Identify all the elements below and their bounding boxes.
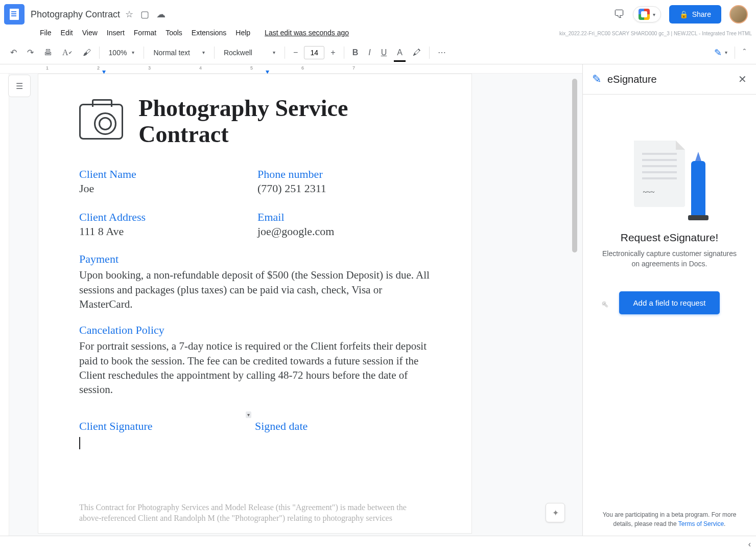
camera-icon	[79, 104, 123, 140]
last-edit-link[interactable]: Last edit was seconds ago	[261, 27, 353, 39]
cloud-status-icon[interactable]: ☁	[156, 9, 166, 20]
payment-text: Upon booking, a non-refundable deposit o…	[79, 268, 431, 311]
email-label: Email	[257, 211, 431, 224]
comments-icon[interactable]: 🗨	[613, 8, 625, 21]
chevron-down-icon: ▾	[273, 50, 275, 55]
ruler-tick: 4	[199, 65, 202, 71]
sidepanel-heading: Request eSignature!	[621, 232, 718, 244]
italic-button[interactable]: I	[364, 45, 374, 60]
payment-label: Payment	[79, 252, 431, 266]
phone-value: (770) 251 2311	[257, 182, 431, 195]
esignature-sidepanel: ✎ eSignature ✕ ~~~ Request eSignature! E…	[582, 64, 756, 536]
outline-toggle-button[interactable]: ☰	[8, 75, 31, 97]
document-heading: Photography Service Contract	[138, 96, 431, 147]
sidepanel-description: Electronically capture customer signatur…	[598, 249, 741, 269]
add-field-label: Add a field to request	[633, 298, 706, 307]
add-field-button[interactable]: ↖ Add a field to request	[619, 291, 720, 314]
star-icon[interactable]: ☆	[125, 9, 133, 20]
chevron-down-icon: ▾	[653, 12, 655, 17]
client-name-label: Client Name	[79, 168, 252, 181]
date-label: Signed date	[255, 420, 431, 433]
chevron-down-icon: ▾	[202, 50, 205, 55]
document-title[interactable]: Photography Contract	[31, 9, 120, 20]
redo-button[interactable]: ↷	[23, 44, 38, 60]
sidepanel-title: eSignature	[607, 74, 657, 85]
signature-label: Client Signature	[79, 420, 255, 433]
paint-format-button[interactable]: 🖌	[79, 45, 95, 60]
increase-font-button[interactable]: +	[326, 45, 339, 60]
font-select[interactable]: Rockwell ▾	[219, 47, 280, 59]
decrease-font-button[interactable]: −	[289, 45, 302, 60]
menu-extensions[interactable]: Extensions	[187, 27, 230, 39]
font-value: Rockwell	[224, 49, 252, 57]
footer-posttext: .	[724, 520, 725, 527]
spellcheck-button[interactable]: A✔	[58, 45, 77, 60]
scrollbar-thumb[interactable]	[572, 79, 577, 252]
menu-insert[interactable]: Insert	[103, 27, 129, 39]
vertical-ruler[interactable]	[0, 74, 9, 536]
esignature-illustration: ~~~	[634, 141, 705, 217]
more-tools-button[interactable]: ⋯	[434, 44, 450, 60]
footer-text: This Contract for Photography Services a…	[79, 502, 431, 524]
phone-label: Phone number	[257, 168, 431, 181]
ruler-tick: 1	[46, 65, 49, 71]
menu-view[interactable]: View	[78, 27, 102, 39]
menu-help[interactable]: Help	[231, 27, 254, 39]
mouse-cursor-icon: ↖	[602, 300, 608, 309]
cancel-label: Cancelation Policy	[79, 324, 431, 337]
editing-mode-select[interactable]: ✎ ▾	[711, 45, 730, 60]
menu-tools[interactable]: Tools	[161, 27, 186, 39]
show-side-panel-button[interactable]: ‹	[748, 540, 751, 549]
chevron-down-icon: ▾	[725, 50, 727, 55]
ruler-tick: 6	[301, 65, 304, 71]
ruler-tick: 2	[97, 65, 100, 71]
pencil-icon: ✎	[714, 47, 722, 58]
share-button[interactable]: 🔒 Share	[669, 5, 721, 24]
menu-edit[interactable]: Edit	[57, 27, 77, 39]
account-avatar[interactable]	[729, 5, 748, 24]
address-label: Client Address	[79, 211, 252, 224]
paragraph-style-select[interactable]: Normal text ▾	[148, 47, 210, 59]
address-value: 111 8 Ave	[79, 225, 252, 238]
bold-button[interactable]: B	[348, 45, 363, 60]
collapse-toolbar-button[interactable]: ˆ	[739, 45, 750, 60]
explore-button[interactable]: ✦	[546, 503, 565, 522]
print-button[interactable]: 🖶	[40, 45, 56, 60]
ruler-tick: 3	[148, 65, 151, 71]
ruler-tick: 5	[250, 65, 253, 71]
esignature-logo-icon: ✎	[592, 73, 601, 86]
zoom-select[interactable]: 100% ▾	[104, 47, 140, 59]
document-page[interactable]: Photography Service Contract Client Name…	[38, 74, 472, 534]
terms-link[interactable]: Terms of Service	[678, 520, 724, 527]
text-color-button[interactable]: A	[393, 45, 407, 60]
cancel-text: For portrait sessions, a 7-day notice is…	[79, 339, 431, 397]
build-info-text: kix_2022.22-Fri_RC00 SCARY SHARD000 gc_3…	[559, 31, 752, 36]
close-sidepanel-button[interactable]: ✕	[738, 73, 747, 85]
move-icon[interactable]: ▢	[140, 9, 149, 20]
smart-chip-handle-icon[interactable]: ▾	[246, 411, 251, 418]
menu-file[interactable]: File	[36, 27, 56, 39]
menu-format[interactable]: Format	[130, 27, 160, 39]
text-cursor	[79, 437, 80, 449]
email-value: joe@google.com	[257, 225, 431, 238]
vertical-scrollbar[interactable]	[572, 74, 579, 536]
undo-button[interactable]: ↶	[6, 44, 21, 60]
meet-logo-icon	[639, 9, 650, 20]
docs-logo-icon[interactable]	[4, 4, 25, 25]
ruler-tick: 7	[352, 65, 355, 71]
client-name-value: Joe	[79, 182, 252, 195]
lock-icon: 🔒	[679, 10, 688, 18]
font-size-input[interactable]: 14	[304, 46, 324, 59]
style-value: Normal text	[153, 49, 190, 57]
underline-button[interactable]: U	[377, 45, 391, 60]
zoom-value: 100%	[109, 49, 127, 57]
chevron-down-icon: ▾	[132, 50, 134, 55]
sidepanel-footer: You are participating in a beta program.…	[583, 510, 756, 536]
horizontal-ruler[interactable]: 1 2 3 4 5 6 7 ▾ ▾	[0, 64, 582, 74]
highlight-button[interactable]: 🖍	[409, 45, 425, 60]
meet-button[interactable]: ▾	[633, 6, 661, 22]
share-label: Share	[692, 10, 711, 18]
